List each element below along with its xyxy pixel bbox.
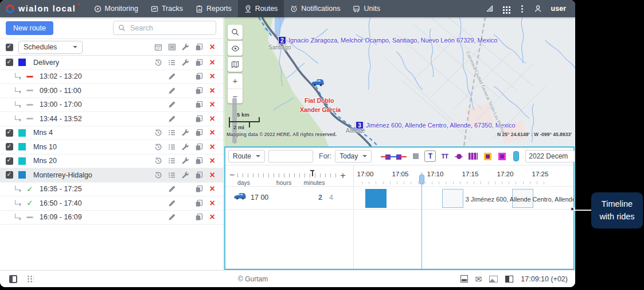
text-single-toggle-icon[interactable]: [424, 150, 436, 162]
sidebar-toggle-icon[interactable]: [9, 275, 17, 283]
route-row[interactable]: Mns 10: [0, 140, 223, 154]
schedule-row[interactable]: 13:00 - 17:00: [0, 98, 223, 113]
receipt-icon[interactable]: [460, 275, 468, 283]
map-visibility-button[interactable]: [228, 41, 243, 56]
copy-icon[interactable]: [195, 213, 203, 221]
route-point-marker-3[interactable]: 3: [356, 121, 364, 129]
timeline-zoom-in[interactable]: +: [340, 171, 346, 180]
schedule-row[interactable]: 13:44 - 13:52: [0, 112, 223, 126]
wrench-icon[interactable]: [181, 171, 189, 179]
wrench-icon[interactable]: [181, 129, 189, 137]
route-checkbox[interactable]: [6, 129, 13, 137]
schedule-row[interactable]: 16:09 - 16:09: [0, 211, 223, 225]
copy-icon[interactable]: [195, 171, 203, 179]
nav-routes[interactable]: Routes: [238, 0, 284, 17]
list-icon[interactable]: [168, 143, 176, 151]
mail-icon[interactable]: [475, 275, 482, 283]
timeline-mode-select[interactable]: Route: [228, 150, 265, 163]
map-view[interactable]: Santiago Allende 2 Ignacio Zaragoza, Mel…: [224, 17, 575, 146]
timeline-name-filter-input[interactable]: [268, 150, 313, 163]
list-icon[interactable]: [168, 59, 176, 67]
route-row[interactable]: Delivery: [0, 56, 223, 70]
app-logo[interactable]: wialon local ’: [0, 0, 88, 17]
copy-icon[interactable]: [195, 199, 203, 207]
measure-tool-icon[interactable]: [486, 5, 494, 13]
delete-icon[interactable]: [210, 58, 215, 67]
select-all-checkbox[interactable]: [6, 44, 13, 51]
delete-icon[interactable]: [210, 156, 215, 165]
more-menu-icon[interactable]: [521, 8, 523, 10]
delete-icon[interactable]: [210, 171, 215, 180]
image-icon[interactable]: [489, 276, 498, 283]
wrench-icon[interactable]: [181, 143, 189, 151]
history-icon[interactable]: [154, 59, 162, 67]
apps-grid-icon[interactable]: [503, 6, 505, 8]
delete-icon[interactable]: [210, 42, 215, 52]
wrench-icon[interactable]: [181, 157, 189, 165]
user-icon[interactable]: [534, 5, 542, 13]
history-icon[interactable]: [154, 129, 162, 137]
list-icon[interactable]: [168, 129, 176, 137]
delete-icon[interactable]: [210, 128, 215, 137]
time-cursor-handle[interactable]: [419, 175, 424, 184]
nav-reports[interactable]: Reports: [189, 0, 238, 17]
yellow-marker-toggle-icon[interactable]: [482, 150, 493, 162]
route-row[interactable]: Mns 20: [0, 154, 223, 169]
delete-icon[interactable]: [210, 86, 215, 95]
edit-icon[interactable]: [168, 87, 176, 95]
rides-line-toggle-icon[interactable]: [380, 150, 407, 162]
user-name-label[interactable]: user: [551, 5, 566, 13]
contrast-icon[interactable]: [505, 276, 513, 283]
timeline-zoom-ruler[interactable]: [237, 173, 339, 177]
delete-icon[interactable]: [210, 212, 215, 222]
purple-point-toggle-icon[interactable]: [453, 150, 465, 162]
copy-icon[interactable]: [195, 185, 203, 193]
history-icon[interactable]: [154, 157, 162, 165]
unit-vehicle-icon[interactable]: [311, 79, 324, 86]
edit-icon[interactable]: [168, 213, 176, 221]
schedule-row[interactable]: 16:50 - 17:40: [0, 196, 223, 211]
wrench-icon[interactable]: [181, 43, 189, 51]
delete-icon[interactable]: [210, 142, 215, 152]
timeline-zoom-pointer[interactable]: [310, 170, 314, 176]
history-icon[interactable]: [154, 143, 162, 151]
delete-icon[interactable]: [210, 114, 215, 123]
wrench-icon[interactable]: [181, 59, 189, 67]
delete-icon[interactable]: [210, 100, 215, 109]
timeline-unit-label[interactable]: 17 00: [251, 194, 268, 202]
nav-notifications[interactable]: Notifications: [284, 0, 346, 17]
route-row[interactable]: Mns 4: [0, 126, 223, 141]
history-icon[interactable]: [154, 171, 162, 179]
zoom-in-button[interactable]: +: [228, 74, 243, 89]
route-point-marker-2[interactable]: 2: [278, 36, 286, 44]
nav-tracks[interactable]: Tracks: [145, 0, 189, 17]
copy-icon[interactable]: [195, 157, 203, 165]
edit-icon[interactable]: [168, 199, 176, 207]
route-checkbox[interactable]: [6, 157, 13, 165]
edit-icon[interactable]: [168, 100, 176, 109]
route-checkbox[interactable]: [6, 143, 13, 150]
schedule-row[interactable]: 09:00 - 11:00: [0, 84, 223, 98]
edit-icon[interactable]: [168, 72, 176, 80]
copy-icon[interactable]: [195, 59, 203, 67]
timeline-date-input[interactable]: [525, 150, 575, 163]
magenta-marker-toggle-icon[interactable]: [496, 150, 508, 162]
list-icon[interactable]: [168, 171, 176, 179]
nav-units[interactable]: Units: [346, 0, 386, 17]
new-route-button[interactable]: New route: [6, 21, 53, 35]
timeline-zoom-out[interactable]: −: [229, 171, 235, 180]
bottom-apps-grid-icon[interactable]: [27, 275, 34, 283]
edit-icon[interactable]: [168, 185, 176, 193]
delete-icon[interactable]: [210, 199, 215, 208]
purple-stripes-toggle-icon[interactable]: [467, 150, 479, 162]
copy-icon[interactable]: [195, 129, 203, 137]
edit-icon[interactable]: [168, 115, 176, 123]
copy-icon[interactable]: [195, 72, 203, 80]
list-icon[interactable]: [168, 157, 176, 165]
route-checkbox[interactable]: [6, 59, 13, 66]
ride-block[interactable]: [365, 189, 387, 208]
timeline-interval-select[interactable]: Today: [335, 150, 372, 163]
copy-icon[interactable]: [195, 115, 203, 123]
map-layers-button[interactable]: [228, 57, 243, 72]
calendar-icon[interactable]: [154, 43, 162, 51]
